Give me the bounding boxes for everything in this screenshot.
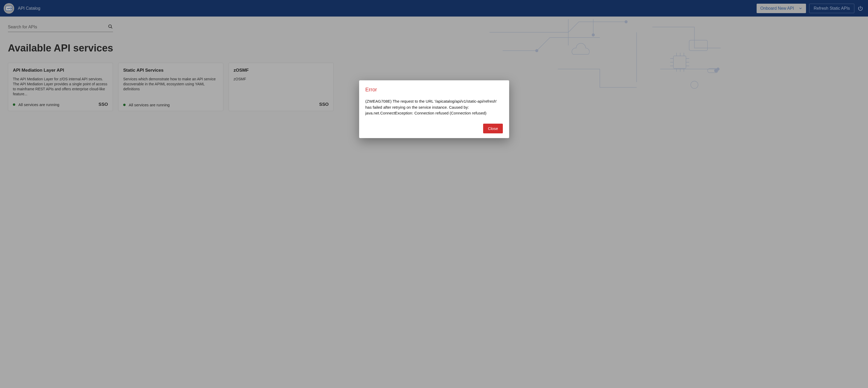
close-button[interactable]: Close — [483, 124, 502, 133]
modal-body: (ZWEAG708E) The request to the URL '/api… — [366, 98, 503, 116]
error-modal: Error (ZWEAG708E) The request to the URL… — [359, 80, 509, 138]
modal-overlay[interactable]: Error (ZWEAG708E) The request to the URL… — [0, 0, 868, 388]
modal-actions: Close — [366, 124, 503, 133]
modal-title: Error — [366, 87, 503, 93]
close-label: Close — [488, 126, 498, 131]
